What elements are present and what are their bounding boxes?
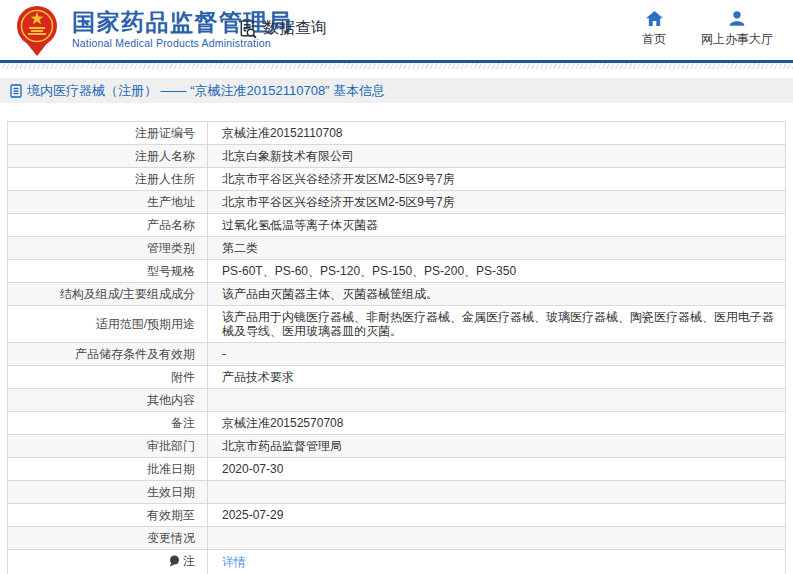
breadcrumb: 境内医疗器械（注册） —— “京械注准20152110708” 基本信息 (0, 78, 793, 103)
table-row: 其他内容 (8, 389, 786, 412)
table-row: 变更情况 (8, 527, 786, 550)
row-value: 该产品由灭菌器主体、灭菌器械筐组成。 (208, 283, 786, 306)
table-row: 生效日期 (8, 481, 786, 504)
row-label: 批准日期 (8, 458, 208, 481)
data-query-section[interactable]: 数据查询 (238, 18, 327, 39)
table-row: 注册人名称北京白象新技术有限公司 (8, 145, 786, 168)
row-label-text: 备注 (171, 416, 195, 430)
row-label-text: 审批部门 (147, 439, 195, 453)
row-label: 产品储存条件及有效期 (8, 343, 208, 366)
row-value (208, 389, 786, 412)
row-value: 2020-07-30 (208, 458, 786, 481)
row-label-text: 其他内容 (147, 393, 195, 407)
note-icon (169, 555, 180, 567)
table-row: 附件产品技术要求 (8, 366, 786, 389)
row-label: 备注 (8, 412, 208, 435)
row-label-text: 注册人名称 (135, 149, 195, 163)
row-value: 第二类 (208, 237, 786, 260)
page-header: 国家药品监督管理局 National Medical Products Admi… (0, 0, 793, 60)
row-value: 2025-07-29 (208, 504, 786, 527)
document-search-icon (238, 19, 258, 39)
row-label: 管理类别 (8, 237, 208, 260)
row-value: 详情 (208, 550, 786, 574)
nav-item-label: 首页 (642, 31, 666, 48)
table-row: 适用范围/预期用途该产品用于内镜医疗器械、非耐热医疗器械、金属医疗器械、玻璃医疗… (8, 306, 786, 343)
registration-info-table-wrap: 注册证编号京械注准20152110708注册人名称北京白象新技术有限公司注册人住… (7, 121, 786, 574)
row-value: 京械注准20152570708 (208, 412, 786, 435)
document-icon (10, 84, 22, 98)
row-value: 该产品用于内镜医疗器械、非耐热医疗器械、金属医疗器械、玻璃医疗器械、陶瓷医疗器械… (208, 306, 786, 343)
page-title: 境内医疗器械（注册） —— “京械注准20152110708” 基本信息 (27, 82, 385, 100)
row-label: 附件 (8, 366, 208, 389)
row-label: 结构及组成/主要组成成分 (8, 283, 208, 306)
row-label: 审批部门 (8, 435, 208, 458)
row-value: 北京市平谷区兴谷经济开发区M2-5区9号7房 (208, 191, 786, 214)
row-label-text: 生产地址 (147, 195, 195, 209)
table-row: 注册人住所北京市平谷区兴谷经济开发区M2-5区9号7房 (8, 168, 786, 191)
row-label-text: 结构及组成/主要组成成分 (60, 287, 195, 301)
row-label-text: 产品储存条件及有效期 (75, 347, 195, 361)
row-value: - (208, 343, 786, 366)
row-label-text: 型号规格 (147, 264, 195, 278)
row-value: 产品技术要求 (208, 366, 786, 389)
row-label-text: 注 (183, 554, 195, 568)
table-row: 结构及组成/主要组成成分该产品由灭菌器主体、灭菌器械筐组成。 (8, 283, 786, 306)
table-row: 注详情 (8, 550, 786, 574)
table-row: 注册证编号京械注准20152110708 (8, 122, 786, 145)
row-label: 其他内容 (8, 389, 208, 412)
data-query-label: 数据查询 (263, 18, 327, 39)
row-label-text: 生效日期 (147, 485, 195, 499)
row-value: PS-60T、PS-60、PS-120、PS-150、PS-200、PS-350 (208, 260, 786, 283)
table-row: 产品储存条件及有效期- (8, 343, 786, 366)
row-label: 变更情况 (8, 527, 208, 550)
row-label-text: 适用范围/预期用途 (96, 317, 195, 331)
row-label: 型号规格 (8, 260, 208, 283)
row-value: 北京白象新技术有限公司 (208, 145, 786, 168)
row-label: 有效期至 (8, 504, 208, 527)
table-row: 批准日期2020-07-30 (8, 458, 786, 481)
row-label-text: 变更情况 (147, 531, 195, 545)
row-label-text: 注册人住所 (135, 172, 195, 186)
table-row: 有效期至2025-07-29 (8, 504, 786, 527)
row-value (208, 527, 786, 550)
nmpa-emblem-logo[interactable] (12, 5, 62, 57)
row-label-text: 批准日期 (147, 462, 195, 476)
row-label: 注 (8, 550, 208, 574)
nav-item-label: 网上办事大厅 (701, 31, 773, 48)
table-row: 管理类别第二类 (8, 237, 786, 260)
row-value: 京械注准20152110708 (208, 122, 786, 145)
table-row: 审批部门北京市药品监督管理局 (8, 435, 786, 458)
row-label: 生效日期 (8, 481, 208, 504)
nav-item-home[interactable]: 首页 (637, 11, 671, 48)
row-label-text: 注册证编号 (135, 126, 195, 140)
registration-info-table: 注册证编号京械注准20152110708注册人名称北京白象新技术有限公司注册人住… (7, 121, 786, 574)
row-value: 过氧化氢低温等离子体灭菌器 (208, 214, 786, 237)
nav-item-service-hall[interactable]: 网上办事大厅 (701, 11, 773, 48)
table-row: 生产地址北京市平谷区兴谷经济开发区M2-5区9号7房 (8, 191, 786, 214)
row-label: 适用范围/预期用途 (8, 306, 208, 343)
row-label: 注册证编号 (8, 122, 208, 145)
home-icon (646, 11, 663, 26)
row-label: 生产地址 (8, 191, 208, 214)
table-row: 产品名称过氧化氢低温等离子体灭菌器 (8, 214, 786, 237)
row-label: 注册人住所 (8, 168, 208, 191)
row-label-text: 有效期至 (147, 508, 195, 522)
table-row: 型号规格PS-60T、PS-60、PS-120、PS-150、PS-200、PS… (8, 260, 786, 283)
row-label: 注册人名称 (8, 145, 208, 168)
row-label-text: 产品名称 (147, 218, 195, 232)
table-row: 备注京械注准20152570708 (8, 412, 786, 435)
user-icon (729, 11, 745, 26)
detail-link[interactable]: 详情 (222, 555, 246, 569)
info-table-body: 注册证编号京械注准20152110708注册人名称北京白象新技术有限公司注册人住… (8, 122, 786, 574)
row-label-text: 管理类别 (147, 241, 195, 255)
row-label: 产品名称 (8, 214, 208, 237)
row-value: 北京市药品监督管理局 (208, 435, 786, 458)
row-value: 北京市平谷区兴谷经济开发区M2-5区9号7房 (208, 168, 786, 191)
row-value (208, 481, 786, 504)
header-nav: 首页 网上办事大厅 (637, 11, 773, 48)
row-label-text: 附件 (171, 370, 195, 384)
